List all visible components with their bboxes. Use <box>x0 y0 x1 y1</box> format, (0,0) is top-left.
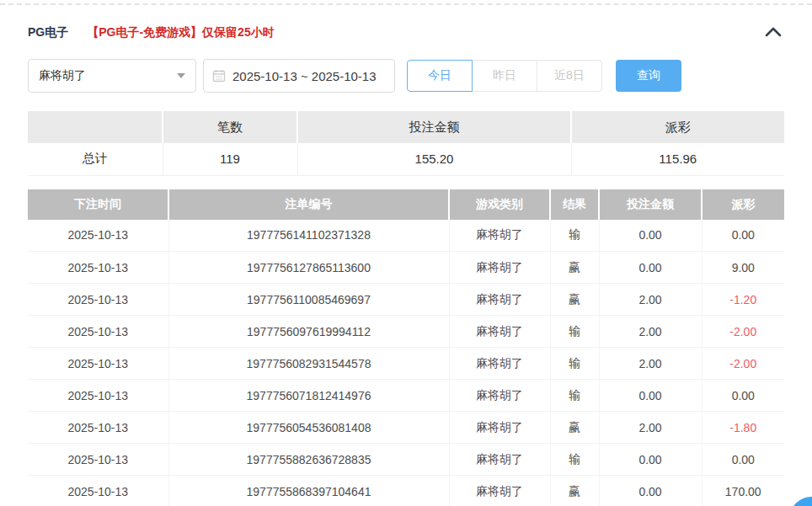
record-payout: 0.00 <box>702 380 784 412</box>
records-header-bet-id: 注单编号 <box>168 189 449 220</box>
record-bet-time: 2025-10-13 <box>28 412 168 444</box>
record-bet-time: 2025-10-13 <box>28 380 168 412</box>
chevron-up-icon <box>765 25 782 40</box>
record-row: 2025-10-13 1977756141102371328 麻将胡了 输 0.… <box>28 220 784 252</box>
date-range-input[interactable]: 2025-10-13 ~ 2025-10-13 <box>203 59 395 93</box>
record-bet-time: 2025-10-13 <box>28 252 168 284</box>
search-button[interactable]: 查询 <box>616 60 681 92</box>
record-bet-id: 1977755882636728835 <box>168 444 449 476</box>
records-body: 2025-10-13 1977756141102371328 麻将胡了 输 0.… <box>28 220 784 506</box>
record-game-type: 麻将胡了 <box>449 284 550 316</box>
floating-action-button[interactable] <box>790 497 812 506</box>
last-8-days-button[interactable]: 近8日 <box>537 60 602 92</box>
record-bet-time: 2025-10-13 <box>28 444 168 476</box>
records-header-result: 结果 <box>550 189 599 220</box>
record-bet-id: 1977756097619994112 <box>168 316 449 348</box>
record-bet-time: 2025-10-13 <box>28 284 168 316</box>
record-game-type: 麻将胡了 <box>449 252 550 284</box>
record-result: 赢 <box>550 252 599 284</box>
record-bet-id: 1977756071812414976 <box>168 380 449 412</box>
record-bet-amount: 0.00 <box>599 380 702 412</box>
record-row: 2025-10-13 1977756127865113600 麻将胡了 赢 0.… <box>28 252 784 284</box>
caret-down-icon <box>177 73 185 78</box>
records-header-bet-time: 下注时间 <box>28 189 168 220</box>
record-row: 2025-10-13 1977756054536081408 麻将胡了 赢 2.… <box>28 412 784 444</box>
record-payout: -1.20 <box>702 284 784 316</box>
record-payout: -2.00 <box>702 316 784 348</box>
record-bet-time: 2025-10-13 <box>28 476 168 506</box>
record-bet-amount: 0.00 <box>599 476 702 506</box>
record-bet-id: 1977756127865113600 <box>168 252 449 284</box>
game-select[interactable]: 麻将胡了 <box>28 59 196 93</box>
record-game-type: 麻将胡了 <box>449 444 550 476</box>
today-button[interactable]: 今日 <box>407 60 473 92</box>
record-result: 输 <box>550 380 599 412</box>
record-game-type: 麻将胡了 <box>449 380 550 412</box>
record-payout: 0.00 <box>702 220 784 252</box>
panel-notice: 【PG电子-免费游戏】仅保留25小时 <box>87 25 274 40</box>
record-bet-id: 1977755868397104641 <box>168 476 449 506</box>
record-bet-id: 1977756082931544578 <box>168 348 449 380</box>
panel-title: PG电子 <box>28 25 68 40</box>
record-bet-amount: 0.00 <box>599 220 702 252</box>
record-game-type: 麻将胡了 <box>449 476 550 506</box>
record-payout: 0.00 <box>702 444 784 476</box>
record-payout: 9.00 <box>702 252 784 284</box>
calendar-icon <box>212 69 226 83</box>
yesterday-button[interactable]: 昨日 <box>472 60 537 92</box>
record-bet-amount: 2.00 <box>599 348 702 380</box>
record-bet-time: 2025-10-13 <box>28 316 168 348</box>
summary-header-count: 笔数 <box>163 111 297 143</box>
record-bet-time: 2025-10-13 <box>28 348 168 380</box>
summary-total-bet-amount: 155.20 <box>297 143 571 175</box>
record-payout: -2.00 <box>702 348 784 380</box>
summary-header-bet-amount: 投注金额 <box>297 111 571 143</box>
record-game-type: 麻将胡了 <box>449 412 550 444</box>
record-row: 2025-10-13 1977755868397104641 麻将胡了 赢 0.… <box>28 476 784 506</box>
summary-total-payout: 115.96 <box>571 143 784 175</box>
record-bet-amount: 2.00 <box>599 284 702 316</box>
summary-total-label: 总计 <box>28 143 163 175</box>
summary-table: 笔数 投注金额 派彩 总计 119 155.20 115.96 <box>28 111 784 176</box>
records-header-row: 下注时间 注单编号 游戏类别 结果 投注金额 派彩 <box>28 189 784 220</box>
dashed-divider <box>0 3 812 5</box>
summary-total-row: 总计 119 155.20 115.96 <box>28 143 784 175</box>
filter-bar: 麻将胡了 2025-10-13 ~ 2025-10-13 今日 昨日 近8日 查… <box>28 59 782 93</box>
panel-header: PG电子 【PG电子-免费游戏】仅保留25小时 <box>28 25 782 40</box>
record-game-type: 麻将胡了 <box>449 316 550 348</box>
record-row: 2025-10-13 1977756110085469697 麻将胡了 赢 2.… <box>28 284 784 316</box>
record-bet-id: 1977756054536081408 <box>168 412 449 444</box>
records-header-payout: 派彩 <box>702 189 784 220</box>
record-bet-id: 1977756110085469697 <box>168 284 449 316</box>
game-select-value: 麻将胡了 <box>39 68 86 83</box>
record-game-type: 麻将胡了 <box>449 220 550 252</box>
record-bet-time: 2025-10-13 <box>28 220 168 252</box>
record-row: 2025-10-13 1977756082931544578 麻将胡了 输 2.… <box>28 348 784 380</box>
summary-total-count: 119 <box>163 143 297 175</box>
record-result: 输 <box>550 348 599 380</box>
summary-header-row: 笔数 投注金额 派彩 <box>28 111 784 143</box>
record-row: 2025-10-13 1977755882636728835 麻将胡了 输 0.… <box>28 444 784 476</box>
record-bet-amount: 2.00 <box>599 412 702 444</box>
record-payout: -1.80 <box>702 412 784 444</box>
records-header-bet-amount: 投注金额 <box>599 189 702 220</box>
record-result: 输 <box>550 316 599 348</box>
record-payout: 170.00 <box>702 476 784 506</box>
record-row: 2025-10-13 1977756097619994112 麻将胡了 输 2.… <box>28 316 784 348</box>
records-header-game-type: 游戏类别 <box>449 189 550 220</box>
record-bet-amount: 0.00 <box>599 444 702 476</box>
record-result: 输 <box>550 220 599 252</box>
summary-header-blank <box>28 111 163 143</box>
record-result: 赢 <box>550 412 599 444</box>
date-range-value: 2025-10-13 ~ 2025-10-13 <box>232 69 377 83</box>
record-result: 输 <box>550 444 599 476</box>
record-bet-amount: 0.00 <box>599 252 702 284</box>
record-row: 2025-10-13 1977756071812414976 麻将胡了 输 0.… <box>28 380 784 412</box>
quick-filter-group: 今日 昨日 近8日 <box>407 60 602 92</box>
summary-header-payout: 派彩 <box>571 111 784 143</box>
record-game-type: 麻将胡了 <box>449 348 550 380</box>
collapse-panel-button[interactable] <box>765 25 782 40</box>
record-bet-id: 1977756141102371328 <box>168 220 449 252</box>
record-result: 赢 <box>550 476 599 506</box>
record-result: 赢 <box>550 284 599 316</box>
